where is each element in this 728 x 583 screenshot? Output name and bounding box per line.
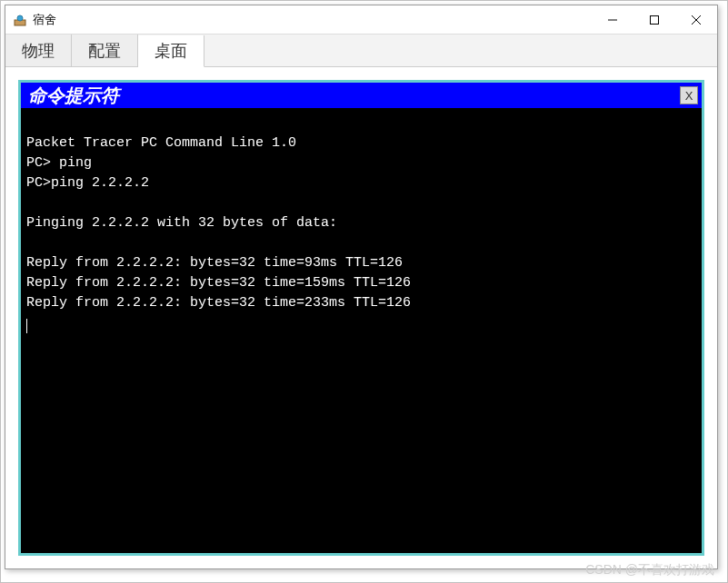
svg-rect-3 <box>651 15 659 24</box>
terminal-line: Reply from 2.2.2.2: bytes=32 time=93ms T… <box>26 255 403 271</box>
tab-config[interactable]: 配置 <box>72 35 138 66</box>
command-prompt-window: 命令提示符 X Packet Tracer PC Command Line 1.… <box>18 80 704 556</box>
terminal-line: PC>ping 2.2.2.2 <box>26 175 149 191</box>
tab-physical[interactable]: 物理 <box>5 35 72 66</box>
maximize-icon <box>650 15 659 25</box>
content-area: 命令提示符 X Packet Tracer PC Command Line 1.… <box>5 67 717 568</box>
svg-point-1 <box>17 15 23 21</box>
command-prompt-titlebar[interactable]: 命令提示符 X <box>21 83 702 108</box>
command-prompt-close-button[interactable]: X <box>680 86 698 104</box>
minimize-button[interactable] <box>592 5 633 34</box>
titlebar-left: 宿舍 <box>5 12 56 28</box>
window-title: 宿舍 <box>33 12 56 28</box>
close-icon <box>692 15 701 25</box>
outer-frame: 宿舍 物理 配置 桌面 命令提示符 <box>0 0 728 583</box>
terminal-line: Pinging 2.2.2.2 with 32 bytes of data: <box>26 215 337 231</box>
terminal-line: Reply from 2.2.2.2: bytes=32 time=233ms … <box>26 295 411 311</box>
close-button[interactable] <box>675 5 717 34</box>
command-prompt-title: 命令提示符 <box>28 84 119 108</box>
terminal-output[interactable]: Packet Tracer PC Command Line 1.0 PC> pi… <box>21 108 702 553</box>
terminal-line: Packet Tracer PC Command Line 1.0 <box>26 135 296 151</box>
terminal-line: PC> ping <box>26 155 92 171</box>
terminal-cursor <box>26 319 27 333</box>
titlebar[interactable]: 宿舍 <box>5 5 717 35</box>
terminal-line: Reply from 2.2.2.2: bytes=32 time=159ms … <box>26 275 411 291</box>
watermark: CSDN @不喜欢打游戏 <box>585 562 714 578</box>
app-window: 宿舍 物理 配置 桌面 命令提示符 <box>5 5 718 569</box>
window-controls <box>592 5 717 34</box>
minimize-icon <box>608 15 617 25</box>
tab-bar: 物理 配置 桌面 <box>5 35 717 67</box>
maximize-button[interactable] <box>633 5 675 34</box>
app-icon <box>13 13 27 27</box>
tab-desktop[interactable]: 桌面 <box>138 35 204 67</box>
